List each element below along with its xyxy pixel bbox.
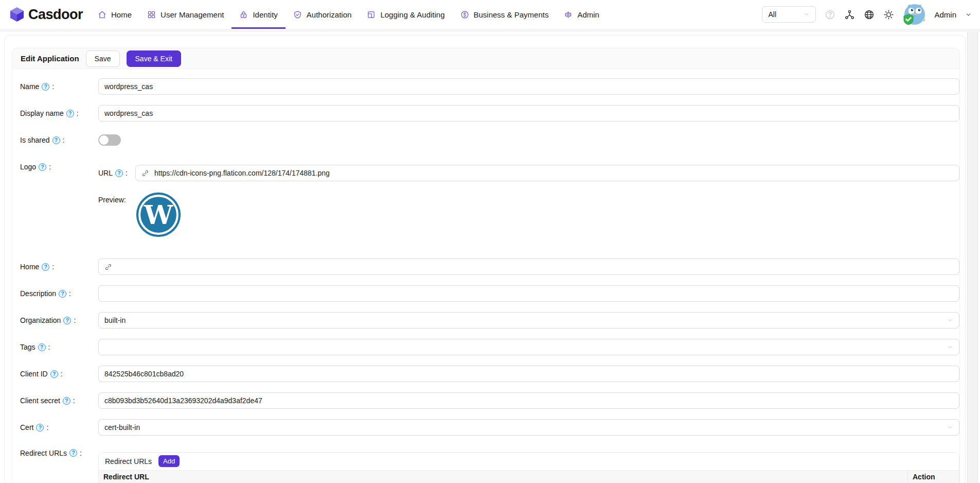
- organization-select[interactable]: built-in: [98, 312, 959, 329]
- name-input[interactable]: [98, 78, 959, 95]
- question-circle-icon[interactable]: ?: [63, 317, 71, 324]
- logo-url-label: URL ? :: [98, 165, 135, 181]
- organization-filter-select[interactable]: All: [762, 6, 816, 23]
- toggle-knob: [99, 135, 109, 145]
- save-button[interactable]: Save: [86, 50, 120, 67]
- apps-icon: [147, 10, 156, 19]
- nav-item-user-management[interactable]: User Management: [139, 0, 231, 29]
- nav-item-label: Home: [111, 10, 132, 19]
- form-row-organization: Organization ? : built-in: [12, 312, 959, 329]
- column-header-action: Action: [908, 471, 959, 483]
- redirect-urls-table-header: Redirect URLs Add: [99, 453, 959, 470]
- help-circle-icon[interactable]: [825, 9, 835, 20]
- nav-item-label: Admin: [577, 10, 599, 19]
- nav-item-business-payments[interactable]: Business & Payments: [453, 0, 557, 29]
- chevron-down-icon: [947, 424, 953, 430]
- client-id-input[interactable]: [98, 366, 959, 382]
- question-circle-icon[interactable]: ?: [36, 424, 44, 432]
- client-secret-input[interactable]: [98, 392, 959, 409]
- logo-preview-row: Preview: W: [98, 192, 959, 238]
- top-nav: Casdoor Home User Management Identity: [0, 0, 980, 32]
- chevron-down-icon: [947, 317, 953, 323]
- sitemap-icon[interactable]: [844, 9, 855, 20]
- card-body: Name ? : Display name ? :: [12, 69, 959, 483]
- brand-name: Casdoor: [28, 7, 83, 23]
- question-circle-icon[interactable]: ?: [50, 370, 58, 378]
- redirect-urls-table: Redirect URLs Add Redirect URL Action: [98, 452, 959, 483]
- redirect-urls-label: Redirect URLs ? :: [12, 446, 98, 462]
- home-icon: [98, 10, 106, 19]
- question-circle-icon[interactable]: ?: [66, 110, 74, 117]
- card-header: Edit Application Save Save & Exit: [12, 48, 959, 69]
- save-exit-button[interactable]: Save & Exit: [127, 50, 181, 67]
- chevron-down-icon: [947, 344, 953, 350]
- vertical-scrollbar[interactable]: [967, 32, 978, 483]
- link-icon: [104, 263, 112, 271]
- logo-preview-label: Preview:: [98, 192, 135, 204]
- brand-logo[interactable]: Casdoor: [9, 7, 83, 23]
- form-row-tags: Tags ? :: [12, 339, 959, 355]
- audit-log-icon: [367, 10, 376, 19]
- question-circle-icon[interactable]: ?: [59, 290, 66, 298]
- gear-icon: [564, 10, 573, 19]
- account-name[interactable]: Admin: [934, 10, 956, 19]
- display-name-input[interactable]: [98, 105, 959, 122]
- question-circle-icon[interactable]: ?: [63, 397, 70, 405]
- form-row-display-name: Display name ? :: [12, 105, 959, 122]
- page-card: Edit Application Save Save & Exit Name ?…: [4, 35, 966, 483]
- organization-filter-value: All: [768, 10, 776, 19]
- add-redirect-url-button[interactable]: Add: [158, 455, 180, 467]
- nav-item-label: Identity: [253, 10, 277, 19]
- dollar-circle-icon: [460, 10, 469, 19]
- cert-select[interactable]: cert-built-in: [98, 419, 959, 436]
- link-icon: [141, 169, 149, 177]
- globe-icon[interactable]: [864, 9, 875, 20]
- nav-item-label: Logging & Auditing: [380, 10, 444, 19]
- shield-check-icon: [293, 10, 302, 19]
- svg-text:W: W: [144, 200, 174, 230]
- description-input[interactable]: [98, 285, 959, 302]
- question-circle-icon[interactable]: ?: [52, 136, 60, 144]
- theme-sun-icon[interactable]: [883, 9, 894, 20]
- logo-url-input[interactable]: [153, 168, 953, 178]
- redirect-urls-table-title: Redirect URLs: [105, 457, 152, 465]
- column-header-redirect-url: Redirect URL: [99, 471, 908, 483]
- nav-item-authorization[interactable]: Authorization: [286, 0, 360, 29]
- nav-item-label: User Management: [161, 10, 224, 19]
- client-secret-label: Client secret ? :: [12, 392, 98, 409]
- chevron-down-icon: [804, 11, 810, 18]
- nav-item-identity[interactable]: Identity: [231, 0, 285, 29]
- question-circle-icon[interactable]: ?: [69, 449, 77, 457]
- home-input[interactable]: [116, 262, 953, 271]
- cert-select-value: cert-built-in: [104, 423, 140, 432]
- logo-url-row: URL ? :: [98, 165, 959, 181]
- form-row-client-secret: Client secret ? :: [12, 392, 959, 409]
- display-name-label: Display name ? :: [12, 105, 98, 122]
- cert-label: Cert ? :: [12, 419, 98, 436]
- question-circle-icon[interactable]: ?: [42, 83, 49, 91]
- form-row-logo: Logo ? : URL ? :: [12, 159, 959, 238]
- form-row-is-shared: Is shared ? :: [12, 132, 959, 148]
- question-circle-icon[interactable]: ?: [39, 163, 46, 171]
- redirect-urls-column-headers: Redirect URL Action: [99, 470, 959, 483]
- form-row-cert: Cert ? : cert-built-in: [12, 419, 959, 436]
- question-circle-icon[interactable]: ?: [115, 169, 123, 177]
- account-chevron-down-icon[interactable]: [965, 11, 972, 18]
- question-circle-icon[interactable]: ?: [42, 263, 49, 271]
- wordpress-logo-image: W: [135, 192, 182, 238]
- nav-item-admin[interactable]: Admin: [556, 0, 607, 29]
- client-id-label: Client ID ? :: [12, 366, 98, 382]
- page-title: Edit Application: [21, 54, 79, 63]
- home-label: Home ? :: [12, 258, 98, 275]
- nav-item-logging-auditing[interactable]: Logging & Auditing: [359, 0, 452, 29]
- question-circle-icon[interactable]: ?: [38, 343, 46, 351]
- organization-select-value: built-in: [104, 316, 126, 324]
- user-avatar[interactable]: [903, 3, 925, 26]
- is-shared-toggle[interactable]: [98, 134, 121, 146]
- is-shared-label: Is shared ? :: [12, 132, 98, 148]
- nav-item-home[interactable]: Home: [90, 0, 139, 29]
- nav-right-controls: All: [762, 3, 972, 26]
- tags-select[interactable]: [98, 339, 959, 355]
- name-label: Name ? :: [12, 78, 98, 95]
- form-row-description: Description ? :: [12, 285, 959, 302]
